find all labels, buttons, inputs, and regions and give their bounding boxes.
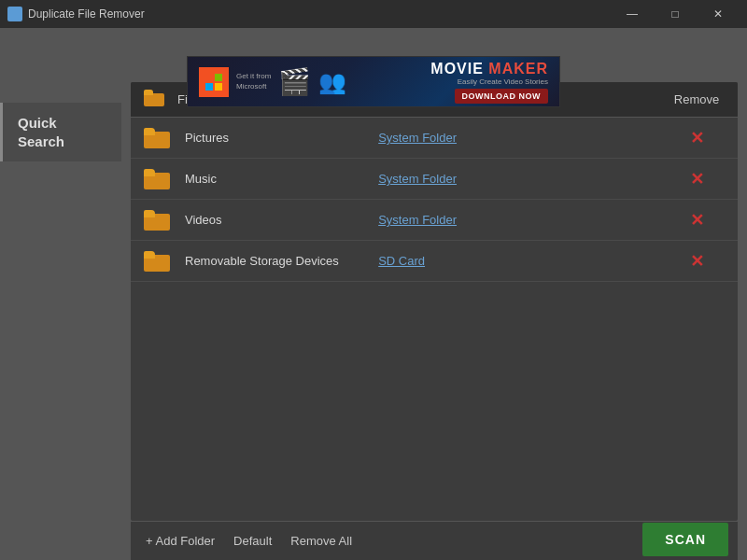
default-button[interactable]: Default — [233, 534, 272, 548]
scan-button[interactable]: SCAN — [642, 523, 728, 556]
ad-title-highlight: MAKER — [484, 61, 548, 77]
ad-subtitle: Easily Create Video Stories — [430, 77, 548, 86]
table-row: Removable Storage Devices SD Card ✕ — [131, 241, 738, 282]
row-name: Pictures — [177, 131, 378, 145]
header-remove: Remove — [669, 92, 725, 106]
title-bar: Duplicate File Remover — □ ✕ — [0, 0, 747, 28]
bottom-bar: + Add Folder Default Remove All SCAN — [131, 521, 738, 560]
remove-button-2[interactable]: ✕ — [669, 210, 725, 231]
table-row: Music System Folder ✕ — [131, 159, 738, 200]
row-path[interactable]: SD Card — [378, 254, 669, 268]
content-area: Get it fromMicrosoft 🎬 👥 MOVIE MAKER Eas… — [121, 28, 747, 560]
file-table: File Name File Path Remove Pictures Syst… — [131, 82, 738, 521]
ad-banner[interactable]: Get it fromMicrosoft 🎬 👥 MOVIE MAKER Eas… — [187, 56, 560, 107]
close-button[interactable]: ✕ — [697, 0, 740, 28]
row-name: Removable Storage Devices — [177, 254, 378, 268]
remove-button-1[interactable]: ✕ — [669, 169, 725, 189]
app-icon — [7, 7, 22, 21]
sidebar-item-quick-search[interactable]: Quick Search — [0, 103, 121, 161]
table-row: Videos System Folder ✕ — [131, 200, 738, 241]
svg-rect-2 — [205, 74, 213, 81]
remove-button-0[interactable]: ✕ — [669, 128, 725, 148]
header-icon-col — [144, 90, 177, 110]
svg-rect-1 — [9, 8, 14, 12]
main-container: Quick Search Get it fromMicrosoft 🎬 👥 — [0, 28, 747, 560]
ad-title: MOVIE MAKER — [430, 61, 548, 77]
minimize-button[interactable]: — — [611, 0, 654, 28]
maximize-button[interactable]: □ — [654, 0, 697, 28]
table-row: Pictures System Folder ✕ — [131, 118, 738, 159]
window-controls: — □ ✕ — [611, 0, 740, 28]
row-name: Music — [177, 172, 378, 186]
ad-left: Get it fromMicrosoft 🎬 👥 — [199, 66, 346, 97]
svg-rect-5 — [215, 83, 222, 91]
row-folder-icon — [144, 169, 177, 189]
row-name: Videos — [177, 213, 378, 227]
row-path[interactable]: System Folder — [378, 131, 669, 145]
remove-button-3[interactable]: ✕ — [669, 251, 725, 272]
row-folder-icon — [144, 210, 177, 231]
add-folder-button[interactable]: + Add Folder — [146, 534, 215, 548]
svg-rect-3 — [215, 74, 222, 81]
remove-all-button[interactable]: Remove All — [290, 534, 352, 548]
film-icon: 🎬 — [278, 66, 311, 97]
ms-text: Get it fromMicrosoft — [236, 72, 271, 91]
ms-logo — [199, 67, 229, 97]
row-path[interactable]: System Folder — [378, 172, 669, 186]
ad-download-button[interactable]: DOWNLOAD NOW — [455, 89, 549, 104]
row-folder-icon — [144, 251, 177, 272]
app-title: Duplicate File Remover — [28, 7, 611, 21]
people-icon: 👥 — [318, 69, 346, 95]
sidebar: Quick Search — [0, 28, 121, 560]
row-path[interactable]: System Folder — [378, 213, 669, 227]
svg-rect-4 — [205, 83, 213, 91]
ad-right: MOVIE MAKER Easily Create Video Stories … — [430, 61, 548, 104]
row-folder-icon — [144, 128, 177, 148]
